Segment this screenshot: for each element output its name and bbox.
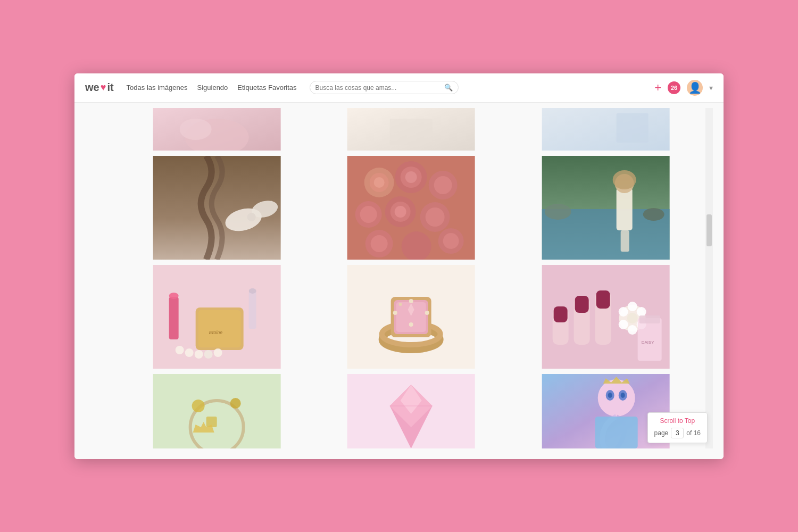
list-item[interactable] <box>317 265 505 369</box>
svg-point-64 <box>399 303 402 306</box>
logo-we: we <box>85 81 99 94</box>
svg-point-50 <box>214 348 222 357</box>
svg-point-42 <box>169 293 179 299</box>
svg-rect-83 <box>637 318 661 361</box>
svg-rect-104 <box>595 417 637 448</box>
svg-point-14 <box>374 177 385 188</box>
svg-point-35 <box>643 208 664 221</box>
svg-point-26 <box>426 207 445 227</box>
svg-point-61 <box>425 311 429 315</box>
svg-point-46 <box>176 346 184 354</box>
list-item[interactable]: DAISY <box>511 265 700 369</box>
list-item[interactable] <box>122 108 311 151</box>
svg-point-52 <box>249 288 256 294</box>
dropdown-button[interactable]: ▾ <box>709 84 713 92</box>
svg-point-89 <box>230 398 241 409</box>
logo-it: it <box>107 81 113 94</box>
svg-rect-70 <box>553 306 567 322</box>
svg-point-47 <box>185 348 194 357</box>
scrollbar-thumb[interactable] <box>706 214 712 246</box>
left-sidebar <box>85 108 117 448</box>
svg-point-31 <box>443 233 459 249</box>
notification-badge[interactable]: 26 <box>668 81 680 94</box>
svg-rect-39 <box>620 230 629 252</box>
svg-point-76 <box>627 313 637 323</box>
svg-point-77 <box>627 302 637 311</box>
svg-rect-6 <box>616 113 648 143</box>
svg-point-88 <box>192 400 205 412</box>
svg-text:Etoine: Etoine <box>209 330 223 335</box>
list-item[interactable] <box>317 108 505 151</box>
svg-rect-4 <box>390 119 433 145</box>
svg-point-34 <box>544 204 571 220</box>
svg-point-49 <box>204 350 213 359</box>
svg-point-38 <box>612 170 636 189</box>
logo-heart-icon: ♥ <box>101 82 106 93</box>
svg-point-80 <box>627 325 637 335</box>
page-indicator: page 3 of 16 <box>654 428 701 438</box>
list-item[interactable] <box>317 156 505 260</box>
list-item[interactable] <box>511 156 700 260</box>
svg-rect-5 <box>542 108 669 151</box>
list-item[interactable] <box>122 156 311 260</box>
main-content: Etoine <box>74 103 724 459</box>
logo: we ♥ it <box>85 81 114 94</box>
navbar: we ♥ it Todas las imágenes Siguiendo Eti… <box>74 73 724 103</box>
list-item[interactable] <box>122 374 311 448</box>
svg-rect-41 <box>169 297 179 339</box>
list-item[interactable] <box>317 374 505 448</box>
svg-rect-72 <box>575 296 588 313</box>
search-bar: 🔍 <box>310 81 459 94</box>
svg-point-98 <box>597 379 635 417</box>
svg-point-102 <box>620 393 625 398</box>
image-grid: Etoine <box>117 108 705 448</box>
svg-rect-44 <box>198 310 241 347</box>
add-button[interactable]: + <box>654 82 661 94</box>
svg-point-101 <box>608 393 612 398</box>
list-item[interactable] <box>511 108 700 151</box>
nav-following[interactable]: Siguiendo <box>197 84 228 92</box>
browser-window: we ♥ it Todas las imágenes Siguiendo Eti… <box>74 73 724 459</box>
svg-point-10 <box>247 213 256 221</box>
total-pages: of 16 <box>686 429 701 437</box>
svg-point-81 <box>618 320 628 329</box>
scrollbar[interactable] <box>705 108 713 448</box>
list-item[interactable]: Etoine <box>122 265 311 369</box>
page-label: page <box>654 429 669 437</box>
nav-favorite-tags[interactable]: Etiquetas Favoritas <box>237 84 296 92</box>
svg-point-24 <box>395 206 406 218</box>
svg-point-21 <box>360 206 377 223</box>
svg-point-82 <box>618 307 628 317</box>
svg-point-28 <box>371 235 388 252</box>
search-button[interactable]: 🔍 <box>444 84 453 92</box>
scroll-to-top-button[interactable]: Scroll to Top <box>654 417 701 425</box>
svg-rect-86 <box>153 374 281 448</box>
svg-rect-36 <box>616 188 632 230</box>
current-page[interactable]: 3 <box>671 428 684 438</box>
scroll-to-top-box: Scroll to Top page 3 of 16 <box>647 412 708 443</box>
svg-point-2 <box>180 119 212 140</box>
nav-links: Todas las imágenes Siguiendo Etiquetas F… <box>127 84 297 92</box>
svg-point-63 <box>409 322 413 327</box>
nav-all-images[interactable]: Todas las imágenes <box>127 84 188 92</box>
svg-point-62 <box>409 299 413 303</box>
avatar-button[interactable]: 👤 <box>687 80 703 96</box>
svg-rect-84 <box>639 315 660 323</box>
avatar-icon: 👤 <box>688 81 702 94</box>
svg-point-48 <box>195 350 203 359</box>
svg-rect-51 <box>249 292 256 329</box>
svg-point-17 <box>405 171 417 183</box>
svg-rect-74 <box>596 290 610 309</box>
svg-point-78 <box>636 307 646 317</box>
svg-text:DAISY: DAISY <box>641 340 654 345</box>
nav-right: + 26 👤 ▾ <box>654 80 713 96</box>
search-input[interactable] <box>315 84 444 92</box>
svg-point-19 <box>434 176 452 194</box>
svg-point-60 <box>393 311 397 315</box>
